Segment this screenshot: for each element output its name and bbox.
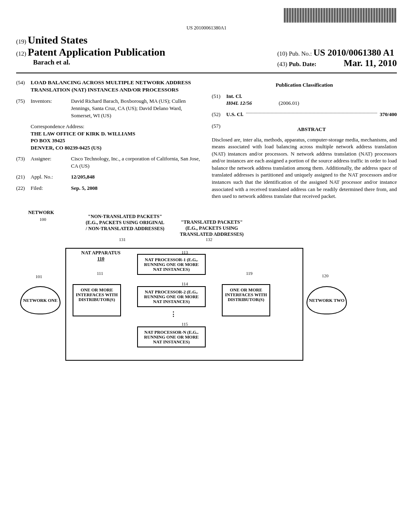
natproc1: NAT PROCESSOR-1 (E.G,. RUNNING ONE OR MO… xyxy=(137,254,206,275)
intcl-label: Int. Cl. xyxy=(226,93,299,100)
nat-apparatus-label: NAT APPARATUS 110 xyxy=(81,250,121,262)
nontrans-label: "NON-TRANSLATED PACKETS" (E.G., PACKETS … xyxy=(85,214,165,232)
uscl-value: 370/400 xyxy=(380,111,397,118)
left-column: (54) LOAD BALANCING ACROSS MULTIPLE NETW… xyxy=(16,79,201,200)
uscl-code: (52) xyxy=(212,111,226,118)
ref-114: 114 xyxy=(181,281,188,286)
ellipsis-icon: ⋮ xyxy=(170,310,177,318)
pub-type: Patent Application Publication xyxy=(28,46,165,58)
uscl-label: U.S. Cl. xyxy=(226,111,244,118)
corr-line3: DENVER, CO 80239-0425 (US) xyxy=(31,144,201,152)
ref-111: 111 xyxy=(97,271,103,276)
network-one-cloud: NETWORK ONE xyxy=(20,286,60,314)
network-two-cloud: NETWORK TWO xyxy=(307,286,347,314)
abstract-heading: ABSTRACT xyxy=(226,126,397,133)
ref-100: 100 xyxy=(40,217,46,222)
ref-132: 132 xyxy=(206,237,213,242)
title: LOAD BALANCING ACROSS MULTIPLE NETWORK A… xyxy=(31,79,201,94)
pubno: US 2010/0061380 A1 xyxy=(313,48,394,58)
applno-code: (21) xyxy=(16,173,31,181)
trans-label: "TRANSLATED PACKETS" (E.G., PACKETS USIN… xyxy=(177,219,246,237)
corr-line2: PO BOX 39425 xyxy=(31,137,201,144)
title-code: (54) xyxy=(16,79,31,94)
pub-code: (12) xyxy=(16,50,26,57)
barcode-text: US 20100061380A1 xyxy=(16,25,397,31)
intcl-year: (2006.01) xyxy=(279,100,299,106)
figure: NETWORK 100 "NON-TRANSLATED PACKETS" (E.… xyxy=(16,210,397,371)
country-line: (19) United States xyxy=(16,34,397,46)
authors: Barach et al. xyxy=(16,58,165,66)
classification-heading: Publication Classification xyxy=(212,81,397,89)
natprocn: NAT PROCESSOR-N (E.G,. RUNNING ONE OR MO… xyxy=(137,326,206,347)
applno: 12/205,848 xyxy=(71,173,201,181)
applno-label: Appl. No.: xyxy=(31,173,71,181)
intcl-code: (51) xyxy=(212,93,226,107)
corr-line1: THE LAW OFFICE OF KIRK D. WILLIAMS xyxy=(31,130,201,137)
interfaces-right: ONE OR MORE INTERFACES WITH DISTRIBUTOR(… xyxy=(222,284,270,316)
ref-101: 101 xyxy=(35,274,42,279)
right-column: Publication Classification (51) Int. Cl.… xyxy=(212,79,397,200)
assignee-code: (73) xyxy=(16,155,31,169)
pubdate-code: (43) xyxy=(277,61,287,67)
country-name: United States xyxy=(28,34,88,46)
assignee-label: Assignee: xyxy=(31,155,71,169)
inventors-code: (75) xyxy=(16,98,31,119)
assignee: Cisco Technology, Inc., a corporation of… xyxy=(71,155,201,169)
inventors: David Richard Barach, Boxborough, MA (US… xyxy=(71,98,201,119)
interfaces-left: ONE OR MORE INTERFACES WITH DISTRIBUTOR(… xyxy=(73,284,121,316)
abstract-code: (57) xyxy=(212,123,226,136)
body-columns: (54) LOAD BALANCING ACROSS MULTIPLE NETW… xyxy=(16,79,397,200)
barcode-icon xyxy=(284,8,397,23)
ref-120: 120 xyxy=(322,273,329,278)
intcl-class: H04L 12/56 xyxy=(226,100,252,106)
dots-leader xyxy=(246,113,378,113)
ref-131: 131 xyxy=(119,237,126,242)
filed: Sep. 5, 2008 xyxy=(71,185,201,192)
corr-label: Correspondence Address: xyxy=(31,123,201,130)
network-label: NETWORK xyxy=(28,210,54,216)
barcode-block: US 20100061380A1 xyxy=(16,8,397,31)
filed-label: Filed: xyxy=(31,185,71,192)
filed-code: (22) xyxy=(16,185,31,192)
natproc2: NAT PROCESSOR-2 (E.G,. RUNNING ONE OR MO… xyxy=(137,286,206,307)
ref-119: 119 xyxy=(246,271,252,276)
pubno-code: (10) xyxy=(277,50,287,57)
abstract-text: Disclosed are, inter alia, methods, appa… xyxy=(212,136,397,200)
ref-115: 115 xyxy=(181,322,188,326)
pub-line: (12) Patent Application Publication Bara… xyxy=(16,46,397,69)
pubno-label: Pub. No.: xyxy=(289,50,312,57)
inventors-label: Inventors: xyxy=(31,98,71,119)
country-code: (19) xyxy=(16,38,26,45)
pubdate: Mar. 11, 2010 xyxy=(344,58,397,68)
header: (19) United States (12) Patent Applicati… xyxy=(16,34,397,73)
pubdate-label: Pub. Date: xyxy=(289,61,316,67)
